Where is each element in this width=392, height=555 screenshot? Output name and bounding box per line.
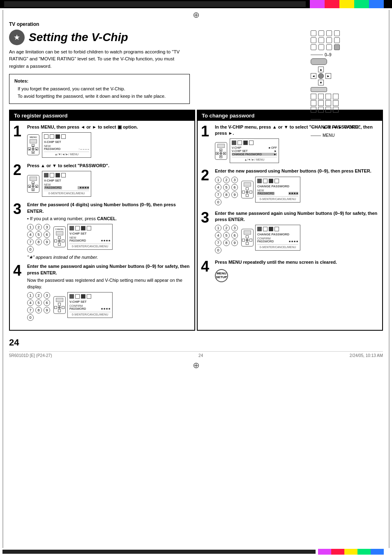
step-4-right-num: 4 bbox=[201, 259, 212, 274]
step-4-left-subtext: Now the password was registered and V-Ch… bbox=[27, 277, 191, 290]
step-3-right-numpad: 1 2 3 4 5 6 7 8 9 bbox=[215, 225, 239, 253]
footer-center: 24 bbox=[198, 353, 203, 358]
step-3-left-remote: CANCEL bbox=[53, 226, 66, 247]
title-icon: ★ bbox=[9, 30, 25, 45]
step-1-right-remote: ▲ ◄ ► ▼ bbox=[215, 142, 227, 160]
section-label: TV operation bbox=[9, 21, 383, 27]
step-3-left-numpad: 1 2 3 4 5 6 7 8 9 bbox=[27, 224, 51, 253]
intro-text: An age limitation can be set to forbid c… bbox=[9, 48, 190, 70]
remote-label-cancel: CANCEL bbox=[344, 123, 361, 131]
step-4-right-text: Press MENU repeatedly until the menu scr… bbox=[215, 259, 379, 265]
step-1-left-num: 1 bbox=[13, 124, 25, 139]
remote-label-enter: ENTER bbox=[323, 115, 337, 123]
page-number: 24 bbox=[9, 337, 383, 348]
remote-label-arrows: ▲/▼/◄/► bbox=[323, 123, 342, 131]
step-1-right-num: 1 bbox=[201, 124, 212, 139]
step-1-right-screen: V-CHIP►OFF V-CHIP SET► CHANGE PASSWORD► … bbox=[230, 138, 279, 163]
crosshair-bottom: ⊕ bbox=[9, 360, 383, 370]
change-password-section: To change password 1 In the V-CHIP menu,… bbox=[197, 110, 383, 331]
step-2-right-screen: CHANGE PASSWORD NEW PASSWORD ★★★★ 0-9/EN… bbox=[255, 177, 300, 203]
register-password-section: To register password 1 Press MENU, then … bbox=[9, 110, 195, 331]
remote-illustration: 0–9 ▲ ◄ ► ▼ bbox=[311, 30, 380, 140]
note-2: To avoid forgetting the password, write … bbox=[14, 93, 184, 100]
notes-box: Notes: If you forget the password, you c… bbox=[9, 74, 190, 104]
notes-title: Notes: bbox=[14, 78, 184, 85]
step-2-right-text: Enter the new password using Number butt… bbox=[215, 168, 379, 174]
step-2-right-numpad: 1 2 3 4 5 6 7 8 9 bbox=[215, 177, 239, 205]
step-3-left-num: 3 bbox=[13, 202, 25, 216]
step-2-left-screen: V-CHIP SET NEW PASSWORD : ★★★★ 0-9/ENTER… bbox=[42, 171, 91, 197]
footer-right: 2/24/05, 10:13 AM bbox=[350, 353, 383, 358]
step-1-left-remote: MENU ▲ ◄ ► ▼ bbox=[27, 134, 39, 155]
step-2-right-remote bbox=[241, 181, 254, 198]
note-1: If you forget the password, you cannot s… bbox=[14, 85, 184, 93]
page-title: Setting the V-Chip bbox=[29, 31, 128, 44]
step-3-left-star-note: "★" appears instead of the number. bbox=[27, 255, 191, 260]
step-3-right-remote bbox=[241, 229, 254, 246]
step-2-left-remote: ▲ ◄ ► ▼ bbox=[27, 175, 39, 193]
step-3-left-screen: V-CHIP SET NEW PASSWORD ★★★★ 0-9/ENTER/C… bbox=[67, 224, 113, 250]
step-2-right-num: 2 bbox=[201, 168, 212, 183]
page-footer: 5R60101D [E] (P24-27) 24 2/24/05, 10:13 … bbox=[9, 351, 383, 358]
step-1-left-text: Press MENU, then press ◄ or ► to select … bbox=[27, 124, 191, 130]
step-4-left-num: 4 bbox=[13, 263, 25, 278]
register-header: To register password bbox=[10, 111, 194, 121]
step-4-right-menu-btn: MENUSETUP bbox=[215, 269, 228, 282]
step-4-left-numpad: 1 2 3 4 5 6 7 8 9 bbox=[27, 292, 51, 321]
step-3-right-text: Enter the same password again using Numb… bbox=[215, 210, 379, 223]
step-4-left-text: Enter the same password again using Numb… bbox=[27, 263, 191, 276]
remote-label-menu: MENU bbox=[323, 131, 334, 140]
step-2-left-text: Press ▲ or ▼ to select "PASSWORD". bbox=[27, 163, 191, 169]
step-3-left-text: Enter the password (4 digits) using Numb… bbox=[27, 202, 191, 214]
step-1-left-screen: V-CHIP SET NEW PASSWORD : – – – – ▲/▼/◄/… bbox=[42, 132, 91, 158]
step-4-left-remote bbox=[53, 296, 66, 314]
step-2-left-num: 2 bbox=[13, 163, 25, 177]
step-3-right-num: 3 bbox=[201, 210, 212, 225]
crosshair-top: ⊕ bbox=[9, 10, 383, 20]
step-3-left-subtext: • If you put a wrong number, press CANCE… bbox=[27, 216, 191, 222]
remote-label-nums: 0–9 bbox=[325, 53, 332, 57]
footer-left: 5R60101D [E] (P24-27) bbox=[9, 353, 52, 358]
step-3-right-screen: CHANGE PASSWORD CONFIRM PASSWORD ★★★★ 0-… bbox=[255, 225, 300, 251]
step-4-left-screen: V-CHIP SET CONFIRM PASSWORD ★★★★ 0-9/ENT… bbox=[67, 292, 113, 318]
